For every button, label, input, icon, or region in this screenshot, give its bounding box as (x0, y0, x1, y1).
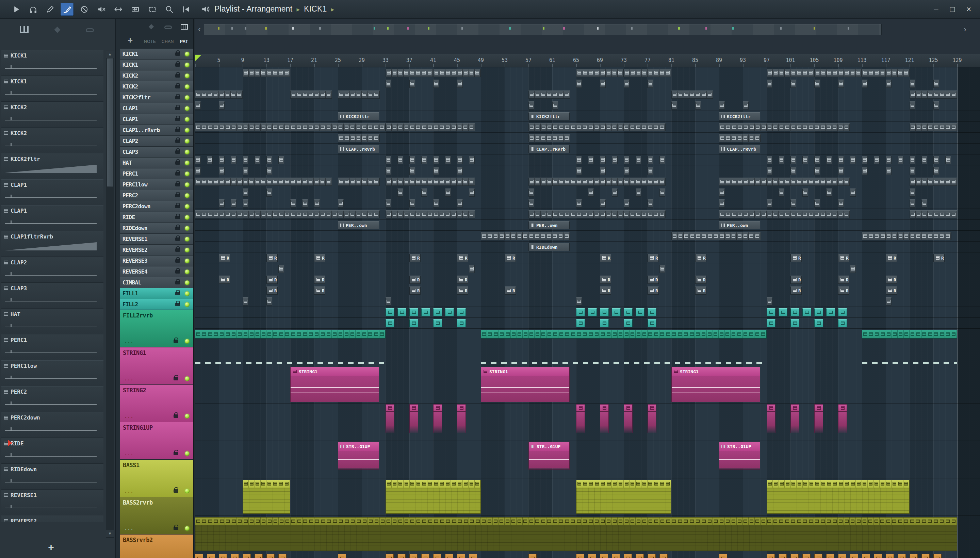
pattern-clip[interactable] (624, 80, 630, 88)
browser-item-RIDE[interactable]: RIDE (2, 438, 103, 464)
preview-tool-icon[interactable] (180, 3, 193, 16)
pattern-clip[interactable] (850, 156, 856, 164)
lock-icon[interactable] (175, 205, 180, 208)
select-tool-icon[interactable] (146, 3, 159, 16)
pattern-clip[interactable] (790, 156, 796, 164)
pattern-clip[interactable] (219, 167, 225, 175)
bass-rvrb2-clip[interactable] (778, 554, 787, 558)
bass-rvrb2-clip[interactable] (612, 554, 620, 558)
pattern-clip[interactable] (314, 199, 320, 208)
brush-tool-icon[interactable] (61, 3, 74, 16)
pattern-clip[interactable] (386, 210, 475, 218)
grid-lane-FILL2[interactable] (195, 318, 980, 329)
pattern-clip[interactable] (433, 69, 481, 77)
pattern-clip[interactable] (278, 156, 284, 164)
fill-clip[interactable] (778, 308, 787, 317)
pattern-clip[interactable] (767, 156, 772, 164)
pattern-clip[interactable] (635, 156, 642, 164)
pattern-clip[interactable] (862, 69, 909, 77)
pattern-clip[interactable] (338, 177, 380, 186)
track-header-REVERSE4[interactable]: REVERSE4 (120, 266, 193, 277)
minimap-scrollbar[interactable] (204, 24, 882, 35)
pattern-clip[interactable] (909, 80, 915, 88)
bass-rvrb2-clip[interactable] (767, 554, 775, 558)
pattern-clip[interactable] (719, 210, 850, 218)
string-up-clip[interactable]: STR..G1UP (529, 441, 570, 469)
pattern-clip[interactable] (338, 90, 380, 98)
grid-lane-REVERSE3[interactable] (195, 274, 980, 285)
track-header-FILL2[interactable]: FILL2 (120, 299, 193, 310)
named-clip[interactable]: R..3 (266, 276, 277, 284)
lock-icon[interactable] (175, 238, 180, 241)
pattern-clip[interactable] (635, 189, 642, 197)
named-clip[interactable]: PER..own (529, 221, 570, 229)
lock-icon[interactable] (175, 270, 180, 274)
pattern-clip[interactable] (814, 199, 820, 208)
pattern-clip[interactable] (909, 102, 915, 110)
pattern-clip[interactable] (921, 199, 927, 208)
pattern-clip[interactable] (219, 156, 225, 164)
pattern-clip[interactable] (803, 189, 808, 197)
track-led[interactable] (185, 150, 190, 154)
close-button[interactable]: × (966, 5, 971, 13)
pattern-clip[interactable] (778, 189, 784, 197)
pattern-clip[interactable] (826, 189, 832, 197)
fill-clip[interactable] (838, 308, 847, 317)
pattern-clip[interactable] (826, 156, 832, 164)
named-clip[interactable]: R..3 (886, 276, 897, 284)
bass-rvrb2-clip[interactable] (660, 554, 668, 558)
pattern-clip[interactable] (290, 90, 332, 98)
pattern-clip[interactable] (576, 199, 582, 208)
fill-clip[interactable] (814, 319, 823, 327)
pattern-clip[interactable] (767, 167, 772, 175)
track-header-STRING1UP[interactable]: STRING1UP... (120, 422, 193, 460)
track-header-RIDEdown[interactable]: RIDEdown (120, 223, 193, 234)
browser-item-CLAP2[interactable]: CLAP2 (2, 257, 103, 283)
pattern-clip[interactable] (195, 123, 386, 131)
lock-icon[interactable] (175, 248, 180, 252)
minimap-left-arrow[interactable]: ‹ (196, 24, 203, 35)
pattern-clip[interactable] (243, 189, 248, 197)
browser-item-CLAP1[interactable]: CLAP1 (2, 205, 103, 231)
pattern-clip[interactable] (886, 80, 891, 88)
track-header-BASSrvrb2[interactable]: BASSrvrb2... (120, 535, 193, 558)
pattern-clip[interactable] (695, 102, 701, 110)
track-led[interactable] (185, 84, 190, 89)
lock-icon[interactable] (175, 140, 180, 143)
piano-view-icon[interactable] (181, 24, 188, 30)
slip-tool-icon[interactable] (129, 3, 141, 16)
pattern-clip[interactable] (648, 199, 653, 208)
lock-icon[interactable] (175, 216, 180, 219)
pattern-clip[interactable] (433, 80, 439, 88)
named-clip[interactable]: R..4 (266, 287, 277, 295)
pattern-clip[interactable] (386, 177, 475, 186)
pattern-clip[interactable] (814, 156, 820, 164)
pattern-clip[interactable] (909, 156, 915, 164)
string-stab-clip[interactable] (386, 404, 394, 434)
named-clip[interactable]: R..1 (790, 254, 802, 262)
lock-icon[interactable] (175, 226, 180, 230)
pattern-clip[interactable] (219, 199, 225, 208)
add-pattern-button[interactable]: + (0, 542, 102, 553)
lock-icon[interactable] (175, 74, 180, 77)
breadcrumb-playlist[interactable]: Playlist - Arrangement (214, 5, 292, 14)
grid-lane-CIMBAL[interactable] (195, 296, 980, 307)
bass-clip[interactable] (767, 480, 909, 514)
minimap-right-arrow[interactable]: › (961, 24, 969, 35)
named-clip[interactable]: R..1 (838, 254, 849, 262)
pattern-clip[interactable] (219, 102, 225, 110)
pattern-clip[interactable] (338, 134, 380, 142)
pattern-clip[interactable] (266, 167, 272, 175)
track-header-STRING1[interactable]: STRING1... (120, 347, 193, 385)
bass-rvrb2-clip[interactable] (898, 554, 906, 558)
fill-clip[interactable] (457, 319, 466, 327)
lock-icon[interactable] (174, 377, 178, 381)
pattern-clip[interactable] (719, 123, 850, 131)
pattern-clip[interactable] (254, 156, 260, 164)
timeline-ruler[interactable]: 5913172125293337414549535761656973778185… (195, 54, 980, 67)
track-header-FILL2rvrb[interactable]: FILL2rvrb... (120, 310, 193, 347)
playback-start-flag[interactable] (195, 55, 201, 61)
pattern-clip[interactable] (719, 102, 725, 110)
pattern-clip[interactable] (624, 167, 630, 175)
bass-rvrb2-clip[interactable] (445, 554, 453, 558)
